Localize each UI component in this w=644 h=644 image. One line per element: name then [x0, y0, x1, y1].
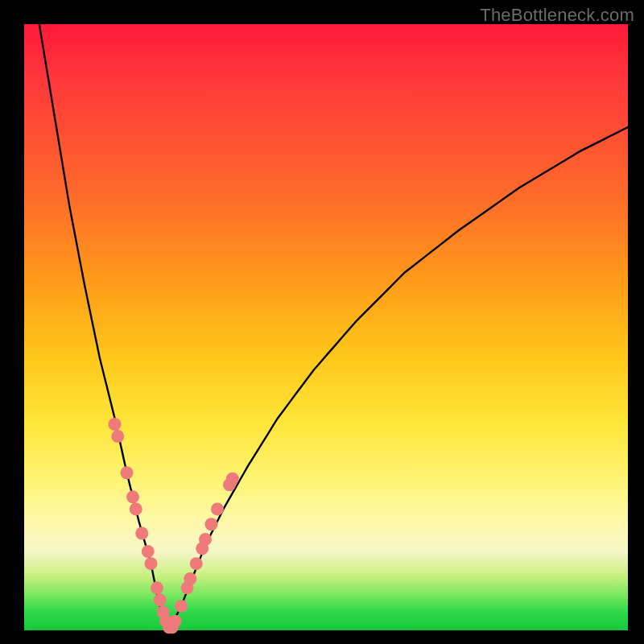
data-dot [199, 533, 212, 546]
data-dot [175, 600, 188, 613]
data-dot [135, 527, 148, 540]
data-dot [142, 545, 155, 558]
data-dot [205, 518, 218, 530]
data-dot [190, 557, 203, 570]
data-dot [126, 490, 139, 503]
chart-svg [24, 24, 628, 630]
data-dot [211, 502, 224, 515]
data-dot [111, 430, 124, 443]
data-dot [130, 502, 142, 515]
data-dot [226, 473, 239, 485]
curve-layer [39, 24, 628, 630]
data-dot [184, 572, 196, 585]
data-dot [121, 466, 134, 479]
watermark-text: TheBottleneck.com [480, 5, 634, 26]
data-dot [169, 615, 182, 628]
curve-left-arm [39, 24, 169, 630]
data-dot [145, 557, 158, 570]
data-dot [109, 418, 122, 431]
curve-right-arm [169, 127, 628, 630]
data-dot [154, 593, 167, 606]
dots-layer [109, 418, 239, 634]
plot-area [24, 24, 628, 630]
chart-frame: TheBottleneck.com [0, 0, 644, 644]
data-dot [151, 581, 163, 594]
